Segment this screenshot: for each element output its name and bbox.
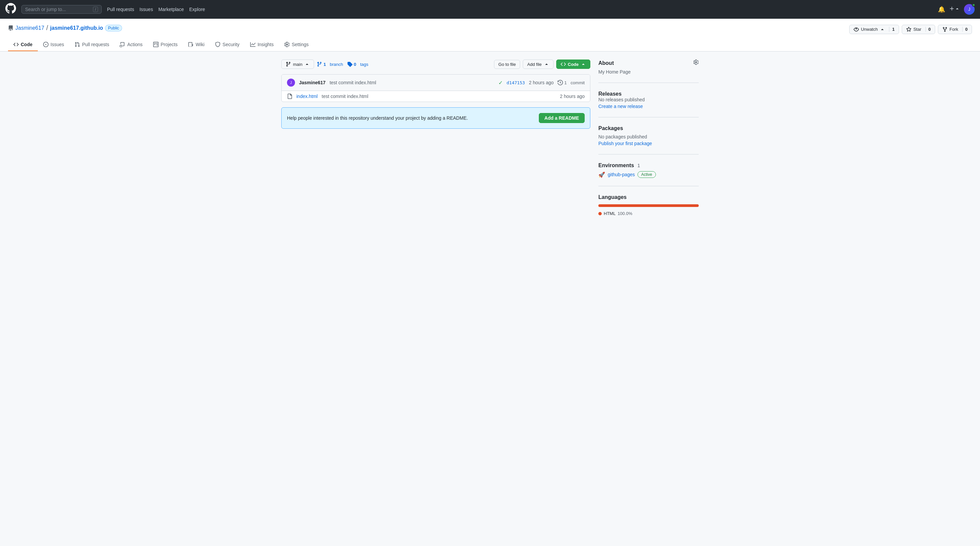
commit-author-link[interactable]: Jasmine617	[299, 80, 325, 85]
tab-pull-requests[interactable]: Pull requests	[69, 38, 115, 51]
nav-explore[interactable]: Explore	[189, 7, 205, 12]
environment-item: 🚀 github-pages Active	[598, 171, 699, 178]
create-release-link[interactable]: Create a new release	[598, 104, 643, 109]
breadcrumb: Jasmine617 / jasmine617.github.io Public	[8, 24, 122, 32]
tags-count: 0	[354, 62, 356, 67]
nav-pull-requests[interactable]: Pull requests	[107, 7, 134, 12]
header: / Pull requests Issues Marketplace Explo…	[0, 0, 980, 19]
nav-marketplace[interactable]: Marketplace	[158, 7, 184, 12]
add-readme-button[interactable]: Add a README	[539, 113, 585, 123]
html-lang-dot	[598, 212, 602, 215]
file-name-link[interactable]: index.html	[296, 94, 318, 99]
gear-icon[interactable]	[694, 60, 699, 67]
repo-visibility-badge: Public	[105, 25, 122, 32]
lang-percentage: 100.0%	[617, 211, 632, 216]
sidebar-languages: Languages HTML 100.0%	[598, 194, 699, 224]
avatar-initials: J	[968, 7, 970, 12]
search-slash-icon: /	[93, 7, 98, 12]
notification-icon[interactable]: 🔔	[938, 6, 945, 13]
search-box[interactable]: /	[21, 5, 102, 14]
fork-icon	[942, 27, 948, 32]
code-icon	[13, 42, 19, 47]
releases-title: Releases	[598, 91, 699, 97]
tab-actions[interactable]: Actions	[115, 38, 148, 51]
branch-bar: main 1 branch 0 tags Go to file Add file…	[281, 60, 590, 69]
github-logo[interactable]	[5, 3, 16, 16]
sidebar: About My Home Page Releases No releases …	[598, 60, 699, 232]
tab-code[interactable]: Code	[8, 38, 38, 51]
commit-hash-link[interactable]: d147153	[507, 80, 525, 85]
add-file-dropdown-icon	[544, 62, 549, 67]
tab-issues[interactable]: Issues	[38, 38, 69, 51]
commit-count: 1 commit	[558, 80, 585, 85]
readme-notice: Help people interested in this repositor…	[281, 107, 590, 129]
repo-header: Jasmine617 / jasmine617.github.io Public…	[0, 19, 980, 51]
dropdown-icon	[880, 27, 885, 32]
sidebar-about: About My Home Page	[598, 60, 699, 83]
fork-button[interactable]: Fork 0	[938, 25, 972, 34]
repo-name-link[interactable]: jasmine617.github.io	[50, 25, 103, 31]
tab-settings[interactable]: Settings	[279, 38, 314, 51]
main-content: main 1 branch 0 tags Go to file Add file…	[276, 51, 704, 240]
code-download-icon	[561, 62, 566, 67]
star-icon	[906, 27, 912, 32]
file-icon	[287, 94, 292, 99]
unwatch-button[interactable]: Unwatch 1	[849, 25, 899, 34]
breadcrumb-separator: /	[46, 24, 48, 32]
publish-package-link[interactable]: Publish your first package	[598, 141, 652, 146]
avatar[interactable]: J	[964, 4, 975, 15]
wiki-icon	[188, 42, 194, 47]
branch-selector[interactable]: main	[281, 60, 314, 69]
insights-icon	[250, 42, 256, 47]
repo-header-top: Jasmine617 / jasmine617.github.io Public…	[8, 24, 972, 35]
env-name-link[interactable]: github-pages	[608, 172, 635, 177]
code-button[interactable]: Code	[556, 60, 591, 69]
go-to-file-button[interactable]: Go to file	[494, 60, 520, 69]
tab-projects[interactable]: Projects	[148, 38, 183, 51]
main-left: main 1 branch 0 tags Go to file Add file…	[281, 60, 590, 232]
repo-icon	[8, 25, 13, 31]
repo-action-buttons: Unwatch 1 Star 0 Fork 0	[849, 25, 972, 34]
tag-icon	[347, 62, 353, 67]
commit-row: J Jasmine617 test commit index.html ✓ d1…	[282, 75, 590, 91]
language-bar	[598, 204, 699, 207]
file-time: 2 hours ago	[560, 94, 585, 99]
tags-link[interactable]: 0 tags	[347, 62, 368, 67]
unwatch-label: Unwatch	[861, 27, 878, 32]
check-icon: ✓	[498, 79, 503, 86]
env-active-badge: Active	[638, 171, 656, 178]
tab-insights[interactable]: Insights	[245, 38, 279, 51]
file-commit-msg: test commit index.html	[322, 94, 556, 99]
about-title: About	[598, 60, 614, 66]
eye-icon	[854, 27, 859, 32]
code-btn-label: Code	[568, 62, 579, 67]
branches-link[interactable]: 1 branch	[317, 62, 343, 67]
pr-icon	[75, 42, 80, 47]
settings-icon	[284, 42, 290, 47]
packages-heading: Packages	[598, 125, 623, 131]
rocket-icon: 🚀	[598, 171, 605, 178]
nav-issues[interactable]: Issues	[140, 7, 153, 12]
issue-icon	[43, 42, 48, 47]
language-item: HTML 100.0%	[598, 211, 699, 216]
sidebar-environments: Environments 1 🚀 github-pages Active	[598, 162, 699, 186]
commit-time: 2 hours ago	[529, 80, 554, 85]
plus-icon[interactable]	[949, 6, 960, 13]
environments-heading: Environments	[598, 162, 634, 168]
add-file-button[interactable]: Add file	[523, 60, 553, 69]
sidebar-releases: Releases No releases published Create a …	[598, 91, 699, 117]
commit-number: 1	[564, 80, 566, 85]
readme-notice-text: Help people interested in this repositor…	[287, 115, 468, 121]
tab-wiki[interactable]: Wiki	[183, 38, 210, 51]
releases-heading: Releases	[598, 91, 622, 97]
branches-label: branch	[330, 62, 343, 67]
commit-avatar: J	[287, 79, 295, 87]
table-row: index.html test commit index.html 2 hour…	[282, 91, 590, 102]
star-button[interactable]: Star 0	[902, 25, 935, 34]
branch-icon	[286, 62, 291, 67]
branch-name: main	[293, 62, 302, 67]
header-nav: Pull requests Issues Marketplace Explore	[107, 7, 932, 12]
tab-security[interactable]: Security	[210, 38, 245, 51]
search-input[interactable]	[25, 7, 90, 12]
repo-owner-link[interactable]: Jasmine617	[15, 25, 44, 31]
